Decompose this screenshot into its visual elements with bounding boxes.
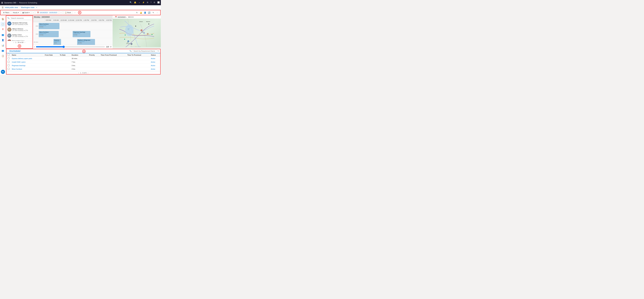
- window-icon[interactable]: ⬜: [157, 1, 160, 4]
- row-name-link[interactable]: Move furniture: [12, 68, 22, 70]
- search-icon2: 🔍: [7, 17, 10, 19]
- prev-date-button[interactable]: ‹: [32, 11, 35, 14]
- row-timeline: Move furniture Requirement 4h 22m: [39, 22, 112, 30]
- row-from: [44, 60, 59, 64]
- expand-icon[interactable]: ▽: [110, 46, 112, 48]
- next-date-button[interactable]: ›: [59, 11, 62, 14]
- zoom-slider[interactable]: [36, 46, 105, 48]
- select-all-checkbox[interactable]: [8, 54, 10, 56]
- row-timeline: Express Requirem 3h 0... Replace refrige…: [39, 38, 112, 45]
- zoom-in-icon[interactable]: ⊕: [128, 16, 130, 18]
- row-duration: 4 hrs: [70, 67, 88, 71]
- sync-icon[interactable]: 🔄: [148, 11, 151, 14]
- resource-item[interactable]: AD Allison Dickson (7h 30m booked) ● 17%: [6, 26, 32, 32]
- row-name-link[interactable]: Install HVAC sytem: [12, 61, 26, 63]
- tbl-prev-icon[interactable]: ‹: [78, 72, 79, 74]
- filters-button[interactable]: ⚙ Filters: [2, 11, 11, 14]
- book-button[interactable]: 📋 Book: [64, 11, 72, 14]
- gantt-label: Gantt: [24, 12, 28, 14]
- resource-item[interactable]: AC Ashley Chinn (7h 28m booked) ● 17%: [6, 32, 32, 38]
- row-priority: [88, 64, 100, 67]
- scroll-left-icon[interactable]: ‹: [34, 46, 35, 48]
- tbl-next-icon[interactable]: ›: [88, 72, 88, 74]
- row-to: [59, 64, 70, 67]
- list-icon[interactable]: 📋: [0, 54, 5, 58]
- add-view-icon[interactable]: +: [36, 6, 37, 8]
- refresh-search-icon[interactable]: ↻: [158, 50, 159, 52]
- notify-icon[interactable]: 🔔: [134, 1, 136, 4]
- search-resources-input[interactable]: [10, 17, 32, 20]
- settings2-icon[interactable]: ⚙: [154, 1, 155, 4]
- gantt-block[interactable]: Regrease bearings Requirement 3h 15m: [73, 31, 90, 37]
- requirement-search-input[interactable]: [132, 50, 157, 52]
- add-icon[interactable]: ＋: [138, 1, 140, 4]
- svg-text:Bay: Bay: [128, 29, 129, 30]
- row-checkbox[interactable]: [8, 57, 10, 59]
- annotation-1: ①: [78, 11, 81, 14]
- gantt-row: 19m Move furniture Requirement 4h 15m Re…: [33, 30, 112, 38]
- group-icon[interactable]: 👥: [0, 32, 5, 37]
- gantt-block[interactable]: Move furniture Requirement 4h 22m: [39, 23, 59, 29]
- map-next-icon[interactable]: ›: [126, 16, 127, 18]
- time-slot: 10:00 AM: [60, 18, 67, 22]
- person-icon[interactable]: 👤: [143, 11, 147, 14]
- people-icon[interactable]: 👥: [0, 48, 5, 53]
- more-options-icon[interactable]: ···: [73, 11, 76, 14]
- settings-icon[interactable]: ⚙: [147, 1, 148, 4]
- row-label: 22m: [33, 25, 39, 27]
- filter-icon[interactable]: ⚡: [142, 1, 144, 4]
- view-item-washington[interactable]: Washington state: [21, 6, 34, 8]
- col-to-date: To Date: [59, 53, 70, 57]
- gantt-block[interactable]: Move furniture Requirement 4h 15m: [39, 31, 59, 37]
- search-icon[interactable]: 🔍: [130, 1, 132, 4]
- side-icons: 🏠 🕐 📍 👥 👤 📊 👥 📋 RS: [0, 16, 6, 75]
- svg-point-0: [125, 24, 134, 36]
- map-canvas[interactable]: Union Bay Kirkland Redmond Bellevue Lake…: [112, 19, 161, 47]
- help-icon[interactable]: ?: [150, 1, 152, 4]
- row-checkbox[interactable]: [8, 68, 10, 70]
- avatar: BF: [7, 40, 12, 41]
- zoom-out-icon[interactable]: ⊖: [130, 16, 132, 18]
- map-pin-icon[interactable]: 📍: [0, 27, 5, 32]
- svg-text:Union: Union: [128, 28, 130, 29]
- hamburger-icon[interactable]: ☰: [2, 6, 4, 9]
- block-title: Express: [54, 40, 60, 41]
- refresh-icon[interactable]: ↻: [135, 11, 139, 14]
- row-checkbox[interactable]: [8, 64, 10, 66]
- row-checkbox[interactable]: [8, 61, 10, 63]
- block-title: Replace refrigerator: [78, 40, 94, 41]
- app-grid-icon[interactable]: ⊞: [1, 1, 3, 4]
- resource-item[interactable]: AM Abraham McCormick (4h 22m booked) ● 1…: [6, 21, 32, 26]
- home-icon[interactable]: 🏠: [0, 17, 5, 21]
- col-name: Name: [11, 53, 44, 57]
- row-duration: 7 hrs: [70, 60, 88, 64]
- resource-meta: (7h 30m booked) ● 17%: [12, 30, 32, 31]
- chart-icon[interactable]: 📊: [0, 43, 5, 48]
- row-name-cell: Express delivery spare parts: [11, 57, 44, 60]
- location-icon[interactable]: ⊙: [132, 16, 134, 18]
- next-page-icon[interactable]: ›: [24, 42, 25, 43]
- map-area: ‹ 📅 10/23/2023 › ⊕ ⊖ ⊙: [112, 16, 161, 48]
- prev-page-icon[interactable]: ‹: [14, 42, 14, 43]
- block-sub: Requirement: [40, 25, 59, 26]
- resource-name: Allison Dickson: [12, 28, 32, 30]
- bell-icon[interactable]: 🔔: [139, 11, 143, 14]
- user-icon[interactable]: 👤: [0, 38, 5, 42]
- edit-icon[interactable]: ✎: [152, 11, 155, 14]
- row-name-link[interactable]: Regrease bearings: [12, 65, 26, 66]
- view-item-initial[interactable]: Initial public view: [5, 6, 18, 8]
- hourly-button[interactable]: Hourly ▾: [12, 11, 20, 14]
- block-sub: Requirement: [74, 33, 90, 34]
- resource-item[interactable]: BF Bernadette Foley (6h 49m booked) ● 15…: [6, 38, 32, 41]
- map-prev-icon[interactable]: ‹: [114, 16, 114, 18]
- unscheduled-tab[interactable]: Unscheduled: [8, 49, 22, 53]
- gantt-block[interactable]: Express Requirem 3h 0...: [54, 39, 61, 45]
- row-name-link[interactable]: Express delivery spare parts: [12, 58, 32, 60]
- table-row: Express delivery spare parts 30 mins Act…: [6, 57, 160, 60]
- user-avatar-rs[interactable]: RS: [1, 70, 5, 74]
- gantt-button[interactable]: ▦ Gantt ▾: [21, 11, 31, 14]
- clock-icon[interactable]: 🕐: [0, 22, 5, 26]
- gantt-block[interactable]: Replace refrigerator Requirement 4h 27m: [77, 39, 95, 45]
- bottom-search-icon[interactable]: 🔍: [130, 50, 132, 52]
- ellipsis-icon[interactable]: ···: [156, 11, 159, 14]
